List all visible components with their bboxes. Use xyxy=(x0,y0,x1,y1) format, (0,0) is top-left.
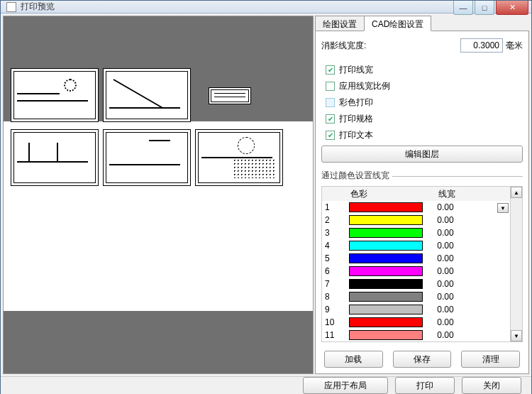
row-index: 9 xyxy=(322,305,348,314)
row-color[interactable] xyxy=(348,304,434,315)
close-button[interactable]: ✕ xyxy=(496,1,528,15)
maximize-button[interactable]: □ xyxy=(475,1,494,15)
window-controls: — □ ✕ xyxy=(452,1,528,15)
color-table: 色彩 线宽 10.00▼20.0030.0040.0050.0060.0070.… xyxy=(321,186,523,342)
row-color[interactable] xyxy=(348,253,434,264)
clear-button[interactable]: 清理 xyxy=(461,351,520,368)
row-linewidth[interactable]: 0.00 xyxy=(434,330,510,340)
table-row[interactable]: 70.00 xyxy=(322,278,510,290)
table-row[interactable]: 80.00 xyxy=(322,290,510,303)
row-index: 10 xyxy=(322,317,348,327)
table-row[interactable]: 90.00 xyxy=(322,303,510,316)
row-linewidth[interactable]: 0.00 xyxy=(434,241,510,251)
row-linewidth[interactable]: 0.00 xyxy=(434,279,510,289)
tab-cad-draw-settings[interactable]: CAD绘图设置 xyxy=(364,16,431,31)
chk-print-text[interactable]: ✔ 打印文本 xyxy=(326,129,523,141)
row-index: 1 xyxy=(322,202,348,212)
row-color[interactable] xyxy=(348,329,434,341)
row-index: 5 xyxy=(322,253,348,263)
table-row[interactable]: 10.00▼ xyxy=(322,201,510,214)
row-linewidth[interactable]: 0.00 xyxy=(434,305,510,314)
load-button[interactable]: 加载 xyxy=(324,351,383,368)
row-index: 6 xyxy=(322,266,348,276)
chk-print-spec[interactable]: ✔ 打印规格 xyxy=(326,113,523,125)
checkbox-icon xyxy=(326,82,335,91)
row-index: 11 xyxy=(322,330,348,340)
row-linewidth[interactable]: 0.00 xyxy=(434,215,510,225)
preview-gray-bottom xyxy=(4,311,313,373)
shadow-width-input[interactable] xyxy=(460,38,503,53)
row-index: 4 xyxy=(322,241,348,251)
side-panel: 绘图设置 CAD绘图设置 消影线宽度: 毫米 ✔ 打印线宽 xyxy=(315,16,529,374)
scrollbar[interactable]: ▲ ▼ xyxy=(510,187,522,341)
shadow-width-label: 消影线宽度: xyxy=(321,40,366,52)
row-index: 2 xyxy=(322,215,348,225)
table-row[interactable]: 40.00 xyxy=(322,239,510,252)
tab-draw-settings[interactable]: 绘图设置 xyxy=(315,16,365,31)
tabs: 绘图设置 CAD绘图设置 xyxy=(315,16,529,31)
color-table-header: 色彩 线宽 xyxy=(322,187,510,201)
preview-pane xyxy=(3,16,314,374)
row-index: 3 xyxy=(322,228,348,238)
row-linewidth[interactable]: 0.00 xyxy=(434,317,510,327)
group-label: 通过颜色设置线宽 xyxy=(321,170,523,182)
row-linewidth[interactable]: 0.00 xyxy=(434,253,510,263)
table-row[interactable]: 30.00 xyxy=(322,226,510,239)
color-rows: 10.00▼20.0030.0040.0050.0060.0070.0080.0… xyxy=(322,201,510,341)
shadow-width-row: 消影线宽度: 毫米 xyxy=(321,38,523,53)
header-color: 色彩 xyxy=(348,187,436,201)
chk-apply-scale[interactable]: 应用线宽比例 xyxy=(326,80,523,92)
chk-color-print[interactable]: 彩色打印 xyxy=(326,97,523,109)
checkbox-icon: ✔ xyxy=(326,65,335,75)
table-row[interactable]: 100.00 xyxy=(322,316,510,329)
checkbox-icon xyxy=(326,98,335,107)
row-color[interactable] xyxy=(348,278,434,290)
footer: 应用于布局 打印 关闭 xyxy=(1,376,531,394)
dropdown-icon[interactable]: ▼ xyxy=(497,203,509,213)
table-row[interactable]: 110.00 xyxy=(322,329,510,341)
titlebar: 打印预览 — □ ✕ xyxy=(1,1,531,13)
row-linewidth[interactable]: 0.00 xyxy=(434,266,510,276)
app-icon xyxy=(6,2,16,12)
tab-body: 消影线宽度: 毫米 ✔ 打印线宽 应用线宽比例 xyxy=(315,31,529,374)
row-color[interactable] xyxy=(348,227,434,239)
scroll-down-icon[interactable]: ▼ xyxy=(511,330,522,341)
checkbox-icon: ✔ xyxy=(326,131,335,140)
table-row[interactable]: 60.00 xyxy=(322,265,510,278)
table-row[interactable]: 50.00 xyxy=(322,252,510,265)
minimize-button[interactable]: — xyxy=(453,1,473,15)
checkbox-group: ✔ 打印线宽 应用线宽比例 彩色打印 ✔ 打印规格 xyxy=(326,64,523,141)
chk-print-linewidth[interactable]: ✔ 打印线宽 xyxy=(326,64,523,76)
row-index: 8 xyxy=(322,292,348,302)
row-color[interactable] xyxy=(348,317,434,328)
row-color[interactable] xyxy=(348,214,434,226)
close-dialog-button[interactable]: 关闭 xyxy=(462,377,521,394)
shadow-width-unit: 毫米 xyxy=(506,40,523,52)
row-color[interactable] xyxy=(348,291,434,302)
preview-sheet xyxy=(4,121,313,311)
save-button[interactable]: 保存 xyxy=(393,351,452,368)
print-button[interactable]: 打印 xyxy=(395,377,455,394)
row-color[interactable] xyxy=(348,266,434,277)
edit-layers-button[interactable]: 编辑图层 xyxy=(321,146,523,163)
row-index: 7 xyxy=(322,279,348,289)
row-linewidth[interactable]: 0.00▼ xyxy=(434,202,510,212)
side-buttons: 加载 保存 清理 xyxy=(321,346,523,369)
table-row[interactable]: 20.00 xyxy=(322,214,510,226)
checkbox-icon: ✔ xyxy=(326,114,335,124)
row-linewidth[interactable]: 0.00 xyxy=(434,228,510,238)
window: 打印预览 — □ ✕ xyxy=(0,0,532,394)
scroll-up-icon[interactable]: ▲ xyxy=(511,187,522,198)
apply-layout-button[interactable]: 应用于布局 xyxy=(303,377,388,394)
body: 绘图设置 CAD绘图设置 消影线宽度: 毫米 ✔ 打印线宽 xyxy=(1,13,531,376)
row-color[interactable] xyxy=(348,240,434,251)
header-linewidth: 线宽 xyxy=(436,187,510,201)
row-color[interactable] xyxy=(348,202,434,213)
row-linewidth[interactable]: 0.00 xyxy=(434,292,510,302)
